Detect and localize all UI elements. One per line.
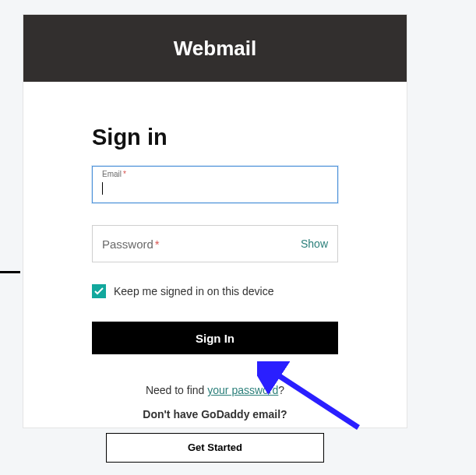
- decorative-dash: [0, 271, 20, 273]
- no-email-text: Don't have GoDaddy email?: [23, 408, 407, 420]
- footer-area: Don't have GoDaddy email? Get Started: [23, 408, 407, 463]
- email-label: Email*: [102, 170, 126, 178]
- header-bar: Webmail: [23, 15, 407, 82]
- remember-checkbox[interactable]: [92, 284, 106, 298]
- password-label-text: Password: [102, 238, 153, 251]
- get-started-button[interactable]: Get Started: [106, 433, 324, 463]
- signin-button[interactable]: Sign In: [92, 322, 338, 354]
- show-password-toggle[interactable]: Show: [301, 238, 328, 250]
- email-field[interactable]: Email*: [92, 166, 338, 203]
- find-password-row: Need to find your password?: [92, 384, 338, 396]
- email-label-text: Email: [102, 170, 122, 178]
- email-input[interactable]: [102, 174, 328, 196]
- check-icon: [94, 287, 104, 295]
- login-form: Sign in Email* Password* Show Keep me si…: [23, 82, 407, 428]
- find-password-prefix: Need to find: [146, 384, 207, 396]
- email-required-mark: *: [123, 170, 126, 178]
- signin-heading: Sign in: [92, 125, 338, 150]
- password-field[interactable]: Password* Show: [92, 225, 338, 262]
- remember-row: Keep me signed in on this device: [92, 284, 338, 298]
- text-caret: [102, 182, 103, 195]
- find-password-link[interactable]: your password: [207, 384, 278, 396]
- find-password-suffix: ?: [278, 384, 284, 396]
- password-required-mark: *: [155, 238, 160, 251]
- password-label: Password*: [102, 238, 160, 251]
- login-card: Webmail Sign in Email* Password* Show Ke…: [23, 14, 407, 428]
- remember-label: Keep me signed in on this device: [114, 285, 273, 297]
- app-title: Webmail: [174, 37, 256, 61]
